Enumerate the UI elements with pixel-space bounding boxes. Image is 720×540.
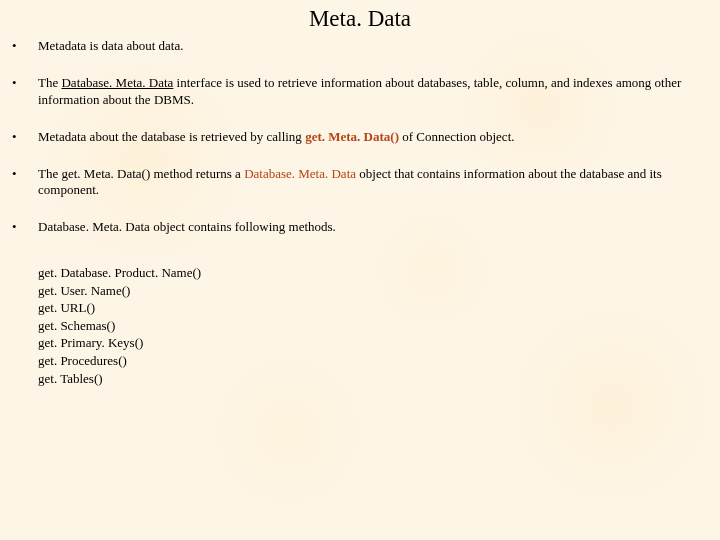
text-span: of Connection object. bbox=[402, 129, 514, 144]
bullet-marker: • bbox=[10, 219, 32, 236]
text-span: The bbox=[38, 75, 61, 90]
bullet-text: Database. Meta. Data object contains fol… bbox=[32, 219, 710, 236]
method-item: get. Procedures() bbox=[38, 352, 720, 370]
text-span: Database. Meta. Data object contains fol… bbox=[38, 219, 336, 234]
method-item: get. Tables() bbox=[38, 370, 720, 388]
bullet-item: •The get. Meta. Data() method returns a … bbox=[10, 166, 710, 200]
bullet-text: Metadata is data about data. bbox=[32, 38, 710, 55]
text-span: Metadata about the database is retrieved… bbox=[38, 129, 305, 144]
bullet-marker: • bbox=[10, 166, 32, 183]
bullet-marker: • bbox=[10, 75, 32, 92]
text-span: get. Meta. Data() bbox=[305, 129, 402, 144]
text-span: The get. Meta. Data() method returns a bbox=[38, 166, 244, 181]
bullet-item: •Database. Meta. Data object contains fo… bbox=[10, 219, 710, 236]
bullet-text: The get. Meta. Data() method returns a D… bbox=[32, 166, 710, 200]
method-item: get. User. Name() bbox=[38, 282, 720, 300]
bullet-marker: • bbox=[10, 38, 32, 55]
bullet-text: The Database. Meta. Data interface is us… bbox=[32, 75, 710, 109]
text-span: Database. Meta. Data bbox=[61, 75, 173, 90]
bullet-item: •Metadata is data about data. bbox=[10, 38, 710, 55]
text-span: Database. Meta. Data bbox=[244, 166, 356, 181]
text-span: Metadata is data about data. bbox=[38, 38, 183, 53]
method-item: get. Primary. Keys() bbox=[38, 334, 720, 352]
bullet-item: •The Database. Meta. Data interface is u… bbox=[10, 75, 710, 109]
bullet-marker: • bbox=[10, 129, 32, 146]
method-list: get. Database. Product. Name()get. User.… bbox=[0, 256, 720, 387]
method-item: get. URL() bbox=[38, 299, 720, 317]
bullet-item: •Metadata about the database is retrieve… bbox=[10, 129, 710, 146]
bullet-list: •Metadata is data about data.•The Databa… bbox=[0, 38, 720, 236]
bullet-text: Metadata about the database is retrieved… bbox=[32, 129, 710, 146]
method-item: get. Database. Product. Name() bbox=[38, 264, 720, 282]
page-title: Meta. Data bbox=[0, 0, 720, 38]
method-item: get. Schemas() bbox=[38, 317, 720, 335]
